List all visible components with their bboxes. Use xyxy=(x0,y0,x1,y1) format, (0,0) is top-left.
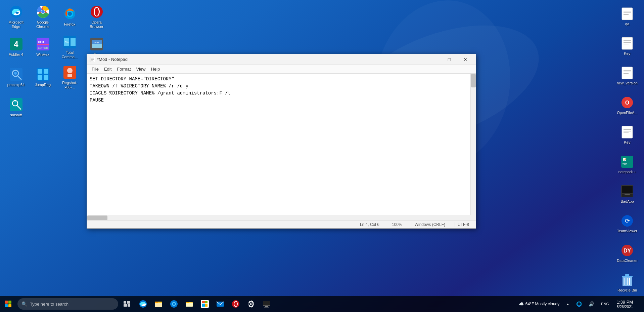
desktop-icon-label: procexp64 xyxy=(7,83,25,87)
show-desktop-button[interactable] xyxy=(638,297,640,311)
taskbar-app-mail[interactable] xyxy=(213,297,228,311)
taskbar-search[interactable]: 🔍 Type here to search xyxy=(17,298,118,310)
window-controls: — □ ✕ xyxy=(425,54,473,65)
minimize-button[interactable]: — xyxy=(425,54,441,65)
desktop-icon-badapp[interactable]: BadApp xyxy=(614,181,641,208)
taskbar-app-store[interactable] xyxy=(197,297,212,311)
svg-rect-33 xyxy=(38,75,42,80)
qa-file-icon xyxy=(620,7,634,21)
desktop-icon-teamviewer[interactable]: ⟳ TeamViewer xyxy=(614,210,641,237)
system-tray-icons[interactable]: ▲ xyxy=(563,301,572,307)
svg-point-104 xyxy=(250,303,252,305)
key1-file-icon xyxy=(620,37,634,50)
taskbar-app-opera[interactable] xyxy=(228,297,243,311)
desktop-icon-procexp64[interactable]: procexp64 xyxy=(3,64,29,91)
svg-point-5 xyxy=(41,10,45,13)
desktop-icon-fiddler4[interactable]: 4 Fiddler 4 xyxy=(3,34,29,61)
desktop-icon-notepadpp[interactable]: 📝 npp notepad++ xyxy=(614,151,641,178)
desktop-icon-smsniff[interactable]: smsniff xyxy=(3,94,29,121)
desktop-icon-label: Key xyxy=(624,51,631,56)
desktop-icon-winhex[interactable]: HEX EDITOR WinHex xyxy=(30,34,55,61)
volume-icon: 🔊 xyxy=(589,301,594,307)
svg-rect-16 xyxy=(37,44,49,45)
status-encoding: UTF-8 xyxy=(455,222,472,227)
notepadpp-icon: 📝 npp xyxy=(620,155,634,168)
notepad-editor[interactable]: SET DIRECTORY_NAME="DIRECTORY" TAKEOWN /… xyxy=(87,74,476,220)
desktop-icon-microsoft-edge[interactable]: Microsoft Edge xyxy=(3,3,29,30)
svg-rect-20 xyxy=(71,38,76,46)
desktop-icon-total-commander[interactable]: 5% Total Comma... xyxy=(57,34,82,61)
close-button[interactable]: ✕ xyxy=(458,54,473,65)
svg-rect-54 xyxy=(622,67,633,79)
taskbar-app-explorer[interactable] xyxy=(259,297,274,311)
desktop-icon-recycle-bin[interactable]: Recycle Bin xyxy=(614,270,641,297)
language-indicator[interactable]: ENG xyxy=(598,301,612,307)
taskbar-app-edge2[interactable] xyxy=(167,297,181,311)
taskbar-weather[interactable]: ☁️ 64°F Mostly cloudy xyxy=(516,300,562,308)
desktop-icon-label: Total Comma... xyxy=(58,50,81,59)
google-chrome-icon xyxy=(36,5,50,19)
vertical-scrollbar[interactable] xyxy=(470,74,476,215)
menu-view[interactable]: View xyxy=(134,66,148,73)
weather-text: 64°F Mostly cloudy xyxy=(525,302,560,306)
desktop-icon-openfile[interactable]: O OpenFileA... xyxy=(614,92,641,119)
desktop-icon-regshot[interactable]: Regshot-x86-... xyxy=(57,64,82,91)
taskbar-app-settings[interactable] xyxy=(244,297,259,311)
desktop-icon-qa[interactable]: qa xyxy=(614,3,641,30)
desktop-icon-label: Opera Browser xyxy=(85,20,108,29)
search-placeholder-text: Type here to search xyxy=(30,302,68,307)
notepad-window: *Mod - Notepad — □ ✕ File Edit Format Vi… xyxy=(87,54,476,229)
desktop-icon-new-version[interactable]: new_version xyxy=(614,63,641,89)
desktop-icon-label: BadApp xyxy=(620,199,634,204)
taskbar-app-file-explorer[interactable] xyxy=(151,297,166,311)
svg-text:⟳: ⟳ xyxy=(625,218,630,224)
status-line-col: Ln 4, Col 6 xyxy=(357,222,382,227)
total-commander-icon: 5% xyxy=(63,35,77,49)
svg-rect-87 xyxy=(124,304,127,307)
desktop-icon-google-chrome[interactable]: Google Chrome xyxy=(30,3,55,30)
taskbar-apps xyxy=(136,297,274,311)
winhex-icon: HEX EDITOR xyxy=(36,37,50,51)
desktop-icon-jumpreg[interactable]: JumpReg xyxy=(30,64,55,91)
desktop-icon-label: Microsoft Edge xyxy=(5,20,27,29)
svg-text:O: O xyxy=(625,100,629,106)
svg-rect-34 xyxy=(44,75,48,80)
smsniff-icon xyxy=(9,98,23,112)
desktop-icons-right: qa Key new_version O xyxy=(614,3,641,297)
desktop-icon-key1[interactable]: Key xyxy=(614,33,641,60)
menu-help[interactable]: Help xyxy=(148,66,163,73)
datacleaner-icon: DY xyxy=(620,244,634,257)
horizontal-scrollbar[interactable] xyxy=(87,215,470,220)
taskbar-clock[interactable]: 1:39 PM 8/26/2021 xyxy=(613,298,637,310)
svg-rect-46 xyxy=(622,8,633,20)
svg-rect-98 xyxy=(186,302,189,303)
desktop-icon-label: WinHex xyxy=(36,52,49,57)
menu-format[interactable]: Format xyxy=(114,66,133,73)
scrollbar-corner xyxy=(470,215,476,220)
taskbar-app-edge[interactable] xyxy=(136,297,150,311)
svg-point-29 xyxy=(14,72,17,75)
svg-text:4: 4 xyxy=(14,40,18,49)
menu-file[interactable]: File xyxy=(89,66,101,73)
menu-edit[interactable]: Edit xyxy=(101,66,114,73)
maximize-button[interactable]: □ xyxy=(442,54,457,65)
clock-time: 1:39 PM xyxy=(617,300,633,305)
volume-icon-area[interactable]: 🔊 xyxy=(586,300,597,308)
taskbar-app-file-explorer2[interactable] xyxy=(182,297,197,311)
network-icon-area[interactable]: 🌐 xyxy=(573,300,585,308)
desktop-icon-key2[interactable]: Key xyxy=(614,122,641,149)
show-hidden-icons[interactable]: ▲ xyxy=(566,302,569,306)
desktop-icon-opera[interactable]: Opera Browser xyxy=(84,3,109,30)
svg-rect-106 xyxy=(263,301,270,305)
svg-point-1 xyxy=(15,12,19,14)
desktop-icon-datacleaner[interactable]: DY DataCleaner xyxy=(614,240,641,267)
teamviewer-icon: ⟳ xyxy=(620,214,634,228)
svg-rect-88 xyxy=(128,304,130,307)
svg-point-95 xyxy=(173,303,175,305)
svg-rect-37 xyxy=(67,74,72,77)
svg-text:HEX: HEX xyxy=(38,40,44,44)
start-button[interactable] xyxy=(0,296,16,312)
svg-rect-86 xyxy=(127,301,130,304)
task-view-button[interactable] xyxy=(120,297,134,311)
desktop-icon-firefox[interactable]: Firefox xyxy=(57,3,82,30)
